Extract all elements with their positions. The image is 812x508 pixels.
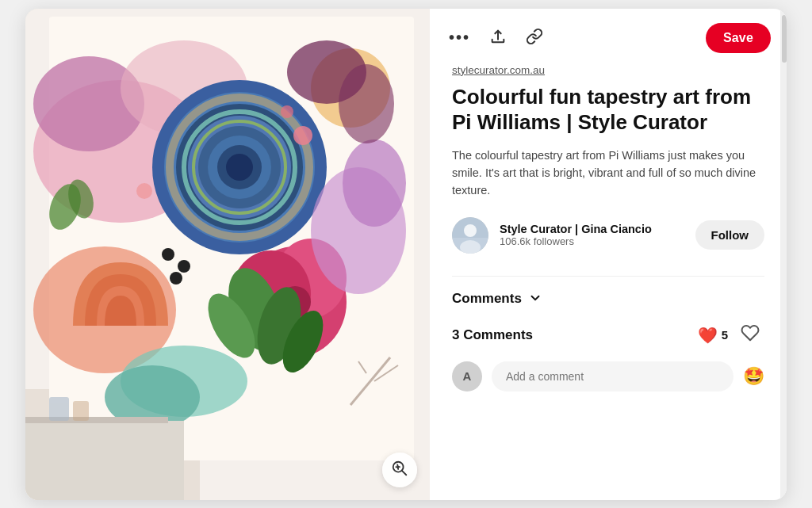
pin-card: •••: [25, 9, 787, 500]
add-comment-row: A 🤩: [452, 361, 764, 392]
source-link[interactable]: stylecurator.com.au: [452, 64, 545, 76]
reaction-row: ❤️ 5: [698, 322, 764, 349]
comments-toggle[interactable]: Comments: [452, 291, 764, 307]
svg-point-32: [170, 272, 182, 285]
image-panel: [25, 9, 430, 500]
heart-outline-icon: [741, 327, 760, 346]
chevron-down-icon: [528, 291, 542, 307]
visual-search-button[interactable]: [382, 453, 417, 487]
author-row: Style Curator | Gina Ciancio 106.6k foll…: [452, 217, 764, 254]
heart-emoji-icon: ❤️: [698, 326, 718, 345]
svg-point-35: [339, 64, 394, 143]
svg-point-37: [281, 105, 293, 118]
top-toolbar: •••: [430, 9, 787, 63]
author-followers: 106.6k followers: [500, 235, 684, 247]
emoji-icon: 🤩: [743, 366, 764, 386]
reaction-count: 5: [722, 328, 728, 342]
svg-rect-44: [73, 401, 89, 421]
upload-icon: [489, 28, 507, 48]
comment-input[interactable]: [492, 361, 733, 392]
svg-point-38: [136, 183, 152, 199]
section-divider: [452, 276, 764, 277]
pin-title: Colourful fun tapestry art from Pi Willi…: [452, 84, 764, 136]
save-button[interactable]: Save: [706, 23, 771, 53]
svg-rect-43: [49, 397, 69, 421]
svg-point-36: [293, 126, 312, 145]
svg-rect-42: [25, 417, 168, 423]
scrollbar-track[interactable]: [780, 9, 787, 500]
lens-icon: [391, 460, 408, 479]
more-options-button[interactable]: •••: [446, 25, 473, 50]
svg-point-30: [162, 248, 174, 261]
commenter-initial: A: [463, 369, 472, 383]
author-name[interactable]: Style Curator | Gina Ciancio: [500, 223, 684, 235]
more-icon: •••: [449, 29, 470, 47]
link-icon: [526, 28, 543, 48]
follow-button[interactable]: Follow: [695, 220, 765, 250]
svg-point-31: [178, 260, 190, 273]
svg-point-13: [226, 154, 253, 181]
panel-content: stylecurator.com.au Colourful fun tapest…: [430, 63, 787, 500]
author-info: Style Curator | Gina Ciancio 106.6k foll…: [500, 223, 684, 247]
svg-rect-41: [25, 421, 184, 500]
svg-line-49: [402, 471, 407, 476]
emoji-picker-button[interactable]: 🤩: [743, 366, 764, 387]
svg-point-29: [343, 139, 406, 227]
heart-outline-button[interactable]: [736, 322, 764, 349]
right-panel: •••: [430, 9, 787, 500]
comments-toggle-label: Comments: [452, 291, 522, 307]
share-button[interactable]: [486, 25, 510, 51]
svg-rect-53: [452, 238, 488, 254]
copy-link-button[interactable]: [523, 25, 546, 51]
toolbar-left: •••: [446, 25, 546, 51]
pin-description: The colourful tapestry art from Pi Willi…: [452, 147, 764, 200]
author-avatar[interactable]: [452, 217, 488, 254]
svg-point-51: [464, 224, 477, 237]
heart-reaction-button[interactable]: ❤️ 5: [698, 326, 728, 345]
comments-count-label: 3 Comments: [452, 327, 533, 343]
commenter-avatar: A: [452, 361, 482, 392]
comments-count-row: 3 Comments ❤️ 5: [452, 322, 764, 349]
